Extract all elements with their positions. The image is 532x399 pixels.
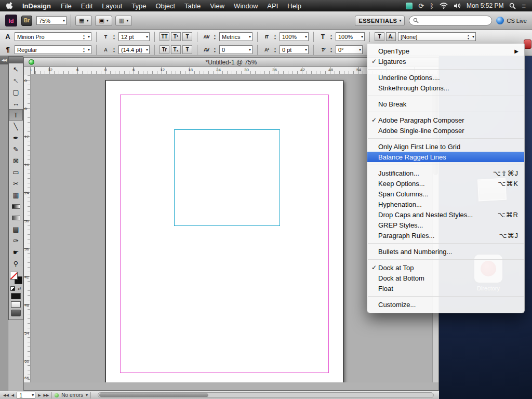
apple-menu[interactable] (0, 2, 17, 10)
tracking-combo[interactable]: 0▾ (219, 45, 252, 54)
apply-color-button[interactable] (11, 293, 21, 299)
menu-item-dock-at-bottom[interactable]: Dock at Bottom (367, 273, 524, 283)
gradient-swatch-tool[interactable] (9, 201, 23, 212)
baseline-shift-combo[interactable]: 0 pt▾ (280, 45, 309, 54)
menubar-menu-layout[interactable]: Layout (97, 2, 127, 10)
small-caps-button[interactable]: Tr (159, 45, 169, 54)
free-transform-tool[interactable]: ▦ (9, 189, 23, 201)
menu-item-grep-styles[interactable]: GREP Styles... (367, 220, 524, 230)
font-family-combo[interactable]: Minion Pro ▲▼ ▾ (15, 32, 91, 41)
menu-item-drop-caps-and-nested-styles[interactable]: Drop Caps and Nested Styles...⌥⌘R (367, 209, 524, 220)
horizontal-scrollbar-thumb[interactable] (99, 393, 208, 397)
spotlight-icon[interactable] (509, 3, 516, 9)
underline-button[interactable]: T (182, 32, 192, 41)
horizontal-scale-stepper[interactable]: ▲▼ (329, 34, 334, 40)
menubar-menu-help[interactable]: Help (283, 2, 306, 10)
vertical-scale-combo[interactable]: 100%▾ (280, 32, 309, 41)
horizontal-scale-combo[interactable]: 100%▾ (336, 32, 365, 41)
collapsed-panel-icon[interactable] (524, 39, 531, 49)
app-search-field[interactable] (409, 16, 492, 25)
screen-mode-menu-button[interactable]: ▣▾ (95, 16, 112, 26)
apply-none-button[interactable] (11, 301, 21, 308)
font-style-combo[interactable]: Regular ▲▼ ▾ (15, 45, 91, 54)
skew-combo[interactable]: 0°▾ (336, 45, 363, 54)
screen-mode-button[interactable] (11, 310, 21, 316)
menu-item-no-break[interactable]: No Break (367, 99, 524, 109)
menu-item-dock-at-top[interactable]: ✓Dock at Top (367, 262, 524, 273)
bridge-button[interactable]: Br (21, 16, 32, 26)
fill-swatch[interactable] (10, 272, 18, 280)
prev-page-button[interactable]: ◀ (11, 393, 14, 397)
paragraph-formatting-icon[interactable]: ¶ (3, 46, 12, 54)
first-page-button[interactable]: ◀◀ (3, 393, 9, 397)
gradient-feather-tool[interactable] (9, 212, 23, 223)
menu-item-underline-options[interactable]: Underline Options.... (367, 72, 524, 83)
tracking-stepper[interactable]: ▲▼ (212, 47, 217, 53)
text-frame[interactable] (174, 129, 280, 226)
window-button[interactable] (29, 59, 34, 65)
kerning-combo[interactable]: Metrics▾ (219, 32, 252, 41)
menu-item-bullets-and-numbering[interactable]: Bullets and Numbering... (367, 246, 524, 257)
menubar-menu-file[interactable]: File (56, 2, 76, 10)
arrange-documents-button[interactable]: ▥▾ (115, 16, 132, 26)
strikethrough-button[interactable]: Ŧ (182, 45, 192, 54)
notification-center-icon[interactable]: ≡ (522, 3, 526, 9)
wifi-icon[interactable] (440, 3, 448, 9)
selection-tool[interactable]: ↖ (9, 63, 23, 75)
menu-item-adobe-single-line-composer[interactable]: Adobe Single-line Composer (367, 125, 524, 136)
gap-tool[interactable]: ↔ (9, 98, 23, 109)
page-number-combo[interactable]: 1▾ (17, 392, 35, 398)
menu-item-customize[interactable]: Customize... (367, 299, 524, 310)
fill-stroke-swatch[interactable] (10, 272, 22, 284)
tools-panel-header[interactable] (9, 57, 23, 63)
menu-item-strikethrough-options[interactable]: Strikethrough Options... (367, 83, 524, 93)
menubar-menu-api[interactable]: API (262, 2, 283, 10)
menu-item-balance-ragged-lines[interactable]: Balance Ragged Lines (367, 152, 524, 162)
subscript-button[interactable]: T₁ (171, 45, 181, 54)
pen-tool[interactable]: ✒ (9, 132, 23, 143)
line-tool[interactable]: ╲ (9, 121, 23, 132)
vertical-scale-stepper[interactable]: ▲▼ (273, 34, 277, 40)
all-caps-button[interactable]: TT (159, 32, 169, 41)
menu-item-justification[interactable]: Justification...⌥⇧⌘J (367, 168, 524, 178)
superscript-button[interactable]: T¹ (171, 32, 181, 41)
rectangle-frame-tool[interactable]: ⊠ (9, 155, 23, 166)
menu-item-span-columns[interactable]: Span Columns... (367, 189, 524, 199)
page[interactable] (105, 80, 343, 382)
baseline-shift-stepper[interactable]: ▲▼ (273, 47, 277, 53)
menubar-menu-table[interactable]: Table (180, 2, 205, 10)
menu-item-adobe-paragraph-composer[interactable]: ✓Adobe Paragraph Composer (367, 115, 524, 125)
scissors-tool[interactable]: ✂ (9, 178, 23, 189)
character-panel-button[interactable]: T (375, 32, 384, 41)
menu-item-float[interactable]: Float (367, 283, 524, 294)
page-tool[interactable]: ▢ (9, 86, 23, 98)
menu-item-opentype[interactable]: OpenType▶ (367, 46, 524, 56)
type-tool[interactable]: T (9, 109, 23, 121)
sync-app-icon[interactable] (406, 3, 413, 9)
ruler-origin-corner[interactable] (24, 67, 31, 74)
menubar-clock[interactable]: Mon 5:52 PM (467, 2, 503, 9)
cs-live-button[interactable]: CS Live (496, 17, 527, 24)
menubar-menu-view[interactable]: View (205, 2, 229, 10)
menu-item-only-align-first-line-to-grid[interactable]: Only Align First Line to Grid (367, 141, 524, 152)
menu-item-paragraph-rules[interactable]: Paragraph Rules...⌥⌘J (367, 230, 524, 241)
horizontal-scrollbar[interactable] (98, 392, 434, 398)
zoom-level-combo[interactable]: 75%▾ (36, 16, 66, 25)
preflight-menu-arrow[interactable]: ▾ (86, 393, 88, 397)
pencil-tool[interactable]: ✎ (9, 143, 23, 155)
menubar-menu-object[interactable]: Object (151, 2, 180, 10)
paragraph-style-combo[interactable]: [None] ▲▼ ▾ (398, 32, 476, 41)
time-machine-icon[interactable]: ⟳ (418, 3, 424, 9)
skew-stepper[interactable]: ▲▼ (329, 47, 334, 53)
eyedropper-tool[interactable]: ✑ (9, 235, 23, 246)
hand-tool[interactable]: ☛ (9, 246, 23, 258)
leading-stepper[interactable]: ▲▼ (112, 47, 116, 53)
default-fill-stroke-icon[interactable] (10, 286, 15, 291)
menubar-menu-edit[interactable]: Edit (76, 2, 97, 10)
menubar-app-name[interactable]: InDesign (17, 2, 56, 10)
menu-item-keep-options[interactable]: Keep Options...⌥⌘K (367, 178, 524, 189)
dock-collapse-button[interactable]: ◀◀ (0, 56, 8, 64)
kerning-stepper[interactable]: ▲▼ (212, 34, 217, 40)
swap-fill-stroke-icon[interactable]: ⇄ (18, 286, 21, 291)
volume-icon[interactable] (454, 3, 461, 9)
